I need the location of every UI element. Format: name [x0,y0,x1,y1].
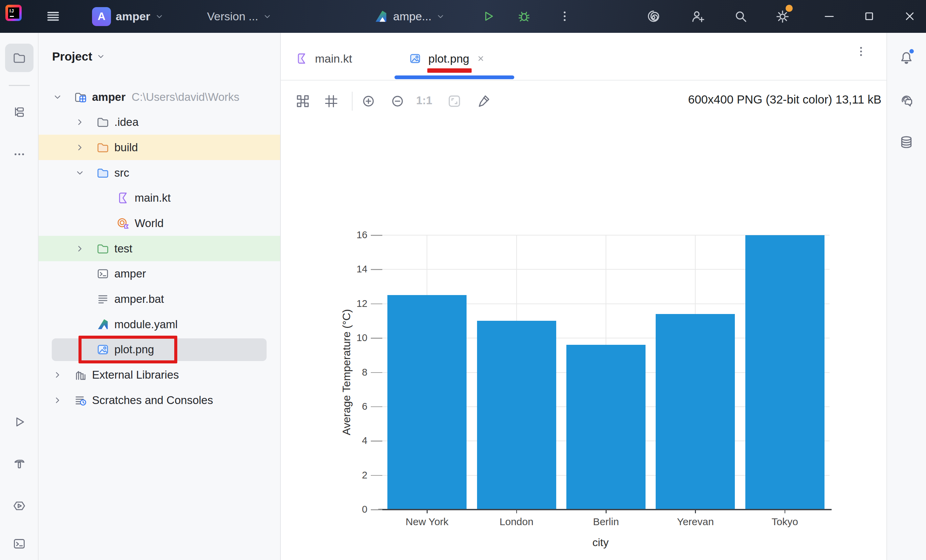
debug-button[interactable] [517,9,531,23]
project-panel-header[interactable]: Project [52,50,105,63]
project-tool-window-button[interactable] [12,51,26,65]
chevron-right-icon[interactable] [75,244,85,253]
project-name: amper [116,10,150,23]
y-axis-tick-label: 4 [335,435,368,446]
chevron-down-icon[interactable] [75,168,85,178]
actual-size-button[interactable]: 1:1 [416,94,433,107]
shell-file-icon [96,267,110,280]
left-tool-stripe [0,33,39,560]
tab-plot-png[interactable]: plot.png [395,37,514,80]
main-menu-hamburger-icon[interactable] [46,9,61,24]
vcs-widget[interactable]: Version ... [207,0,272,33]
y-axis-tick [371,372,382,373]
search-everywhere-icon[interactable] [733,9,748,24]
window-close-button[interactable] [903,9,917,23]
editor-options-kebab-icon[interactable] [854,45,868,58]
tab-main-kt[interactable]: main.kt [286,37,372,80]
terminal-tool-window-button[interactable] [12,537,26,551]
tree-item-label: amper [92,91,126,103]
tree-item-src[interactable]: src [39,160,280,185]
zoom-out-icon[interactable] [390,93,406,109]
chevron-right-icon[interactable] [75,117,85,127]
tree-item-amper-bat[interactable]: amper.bat [39,286,280,312]
bar-berlin [566,345,646,510]
tree-item-test[interactable]: test [39,236,280,261]
more-tool-windows-button[interactable] [12,147,26,161]
fit-to-window-icon[interactable] [446,93,462,109]
y-axis-tick [371,235,382,236]
structure-tool-window-button[interactable] [12,104,26,119]
folder-green-icon [96,242,110,256]
build-tool-window-button[interactable] [12,456,26,470]
tree-item-main-kt[interactable]: main.kt [39,185,280,211]
kotlin-file-icon [295,52,308,65]
bar-tokyo [745,235,825,510]
tree-item-module-yaml[interactable]: module.yaml [39,312,280,337]
chart-plot-area [382,235,829,510]
window-minimize-button[interactable] [822,9,836,23]
project-root-icon [74,90,87,104]
x-axis-tick-label: Berlin [565,516,646,528]
folder-orange-icon [96,141,110,154]
project-panel-title: Project [52,50,92,63]
tree-item-world[interactable]: World [39,210,280,236]
ai-assistant-tool-window-button[interactable] [899,93,914,108]
y-axis-tick [371,269,382,270]
tree-item-plot-png[interactable]: plot.png [39,337,280,362]
code-with-me-icon[interactable] [690,9,706,24]
bar-yerevan [656,314,735,510]
title-bar: IJ A amper Version ... ampe... [0,0,926,33]
more-actions-kebab-icon[interactable] [558,9,572,23]
folder-blue-icon [96,166,110,180]
project-widget[interactable]: A amper [92,0,164,33]
services-tool-window-button[interactable] [12,499,26,513]
window-maximize-button[interactable] [862,9,876,23]
y-axis-tick [371,304,382,304]
tree-item-label: Scratches and Consoles [92,394,213,407]
x-axis-tick [695,510,696,513]
chevron-right-icon[interactable] [53,395,62,405]
transparency-chessboard-icon[interactable] [295,93,310,109]
eyedropper-icon[interactable] [476,93,491,109]
chevron-right-icon[interactable] [53,370,62,380]
y-axis-tick [371,338,382,339]
pixel-grid-icon[interactable] [324,93,339,109]
database-tool-window-button[interactable] [899,134,914,150]
run-configuration-widget[interactable]: ampe... [374,0,445,33]
chevron-down-icon[interactable] [53,92,62,102]
tree-item-scratches-and-consoles[interactable]: Scratches and Consoles [39,387,280,413]
tree-item-label: amper [114,267,146,280]
ide-window: IJ A amper Version ... ampe... [0,0,926,560]
tree-item-label: World [135,217,164,230]
tab-close-icon[interactable] [476,54,486,63]
amper-logo-icon [96,318,110,331]
amper-logo-icon [374,9,388,24]
editor-area: main.kt plot.png 1:1 600x400 PNG (32-bit… [281,33,887,560]
project-path: C:\Users\david\Works [132,91,239,103]
y-axis-tick [371,475,382,476]
bar-london [477,321,556,510]
tab-label: main.kt [315,52,352,65]
editor-tab-bar: main.kt plot.png [281,33,887,80]
tree-item-idea[interactable]: .idea [39,110,280,135]
tree-item-amper[interactable]: amper [39,261,280,287]
x-axis-tick-label: Yerevan [655,516,736,528]
scratches-icon [74,394,87,407]
tree-item-build[interactable]: build [39,135,280,160]
run-button[interactable] [481,9,495,23]
tree-item-external-libraries[interactable]: External Libraries [39,362,280,387]
zoom-in-icon[interactable] [361,93,376,109]
y-axis-tick-label: 6 [335,401,368,412]
chevron-right-icon[interactable] [75,143,85,152]
stripe-divider [9,85,30,86]
kotlin-file-icon [117,191,130,205]
y-axis-tick-label: 8 [335,367,368,378]
ai-assistant-icon[interactable] [646,9,661,24]
run-tool-window-button[interactable] [12,415,26,429]
annotation-underline [427,68,472,73]
y-axis-tick-label: 10 [335,332,368,344]
tree-item-label: src [114,166,129,179]
chevron-down-icon [263,12,272,21]
bar-chart-image: Average Temperature (°C) city 0246810121… [335,202,849,557]
tree-item-amper[interactable]: amperC:\Users\david\Works [39,84,280,110]
